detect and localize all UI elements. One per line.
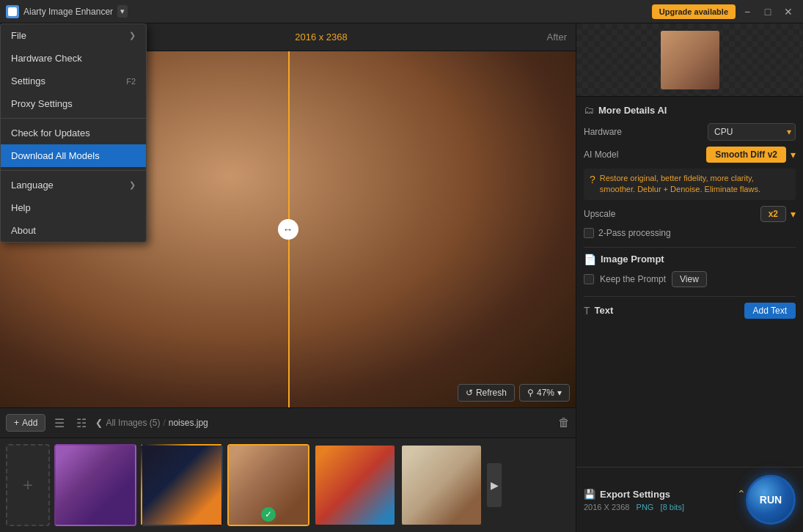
text-section-icon: T (584, 305, 590, 317)
section-image-prompt: 📄 Image Prompt Keep the Prompt View (584, 254, 796, 287)
zoom-button[interactable]: ⚲ 47% ▾ (519, 384, 570, 402)
ai-desc-question-icon: ? (590, 174, 595, 185)
grid-view-btn[interactable]: ☰ (51, 415, 67, 432)
divider-2 (584, 296, 796, 297)
menu-item-language[interactable]: Language ❯ (1, 174, 146, 196)
refresh-button[interactable]: ↺ Refresh (458, 384, 515, 402)
section-header-more-details: 🗂 More Details AI (584, 104, 796, 116)
filmstrip-thumb-butterfly[interactable] (141, 444, 223, 526)
add-slot-icon: + (23, 475, 33, 495)
keep-prompt-label: Keep the Prompt (600, 274, 666, 284)
delete-button[interactable]: 🗑 (558, 416, 570, 429)
export-bits: [8 bits] (661, 503, 684, 511)
two-pass-row: 2-Pass processing (584, 228, 796, 238)
filmstrip-bar: + Add ☰ ☷ ❮ All Images (5) / noises.jpg … (0, 407, 576, 438)
export-settings-icon: 💾 (584, 489, 595, 500)
keep-prompt-checkbox[interactable] (584, 274, 594, 284)
text-header: T Text Add Text (584, 303, 796, 319)
filmstrip-add-slot[interactable]: + (6, 444, 50, 526)
maximize-button[interactable]: □ (759, 3, 777, 21)
filmstrip-nav-right[interactable]: ▶ (487, 463, 502, 507)
section-title-more-details: More Details AI (598, 105, 667, 116)
refresh-icon: ↺ (466, 388, 473, 398)
menu-item-settings[interactable]: Settings F2 (1, 70, 146, 92)
title-dropdown-btn[interactable]: ▾ (117, 5, 128, 18)
hardware-select-wrapper: CPU GPU ▾ (708, 123, 796, 141)
minimize-button[interactable]: − (738, 3, 756, 21)
all-images-label[interactable]: All Images (5) (106, 418, 160, 428)
export-header: 💾 Export Settings ⌃ (584, 488, 746, 500)
nav-back-icon[interactable]: ❮ (95, 418, 103, 428)
app-icon (6, 5, 19, 18)
export-format: PNG (637, 503, 654, 511)
app-title: Aiarty Image Enhancer (23, 7, 113, 17)
more-details-icon: 🗂 (584, 104, 594, 116)
two-pass-label: 2-Pass processing (598, 228, 671, 238)
two-pass-checkbox[interactable] (584, 228, 594, 238)
hardware-select[interactable]: CPU GPU (708, 123, 796, 141)
canvas-area: File ❯ Hardware Check Settings F2 Proxy … (0, 23, 576, 532)
breadcrumb: ❮ All Images (5) / noises.jpg (95, 418, 552, 428)
preview-thumbnail (576, 23, 803, 97)
run-button[interactable]: RUN (746, 475, 796, 525)
menu-item-about[interactable]: About (1, 219, 146, 242)
hardware-row: Hardware CPU GPU ▾ (584, 123, 796, 141)
file-arrow-icon: ❯ (129, 31, 136, 40)
zoom-icon: ⚲ (527, 388, 534, 398)
close-button[interactable]: ✕ (780, 3, 797, 21)
export-meta: 2016 X 2368 PNG [8 bits] (584, 503, 746, 511)
divider-1 (584, 247, 796, 248)
filmstrip-thumb-portrait[interactable]: ✓ (227, 444, 309, 526)
split-handle[interactable]: ↔ (278, 219, 298, 240)
image-prompt-header: 📄 Image Prompt (584, 254, 796, 265)
ai-model-button[interactable]: Smooth Diff v2 (706, 147, 786, 163)
preview-image (661, 31, 719, 89)
section-more-details: 🗂 More Details AI Hardware CPU GPU ▾ (584, 104, 796, 238)
menu-item-help[interactable]: Help (1, 196, 146, 219)
hardware-label: Hardware (584, 127, 622, 137)
image-prompt-title: Image Prompt (601, 254, 664, 265)
text-section-title: Text (595, 305, 614, 316)
menu-divider-1 (1, 118, 146, 119)
dropdown-menu: File ❯ Hardware Check Settings F2 Proxy … (0, 23, 147, 243)
filmstrip-thumb-woman[interactable] (400, 444, 483, 526)
upscale-row: Upscale x2 ▾ (584, 206, 796, 222)
upgrade-button[interactable]: Upgrade available (652, 4, 736, 19)
section-text: T Text Add Text (584, 303, 796, 319)
list-view-btn[interactable]: ☷ (73, 415, 89, 432)
view-prompt-button[interactable]: View (672, 271, 707, 287)
export-run-area: 💾 Export Settings ⌃ 2016 X 2368 PNG [8 b… (576, 467, 803, 532)
menu-item-file[interactable]: File ❯ (1, 24, 146, 47)
add-button[interactable]: + Add (6, 414, 45, 432)
ai-model-wrapper: Smooth Diff v2 ▾ (706, 147, 796, 163)
after-label: After (547, 32, 567, 43)
menu-divider-2 (1, 170, 146, 171)
upscale-label: Upscale (584, 209, 615, 219)
current-file-label: noises.jpg (169, 418, 208, 428)
upscale-dropdown-icon[interactable]: ▾ (791, 208, 796, 220)
menu-item-proxy-settings[interactable]: Proxy Settings (1, 92, 146, 115)
settings-panel: 🗂 More Details AI Hardware CPU GPU ▾ (576, 97, 803, 467)
zoom-dropdown-icon: ▾ (557, 388, 562, 398)
ai-desc-text: Restore original, better fidelity, more … (600, 173, 790, 196)
plus-icon: + (14, 418, 19, 428)
add-text-button[interactable]: Add Text (744, 303, 796, 319)
menu-item-check-updates[interactable]: Check for Updates (1, 122, 146, 144)
upscale-wrapper: x2 ▾ (760, 206, 796, 222)
split-handle-icon: ↔ (283, 223, 293, 235)
language-arrow-icon: ❯ (129, 180, 136, 190)
export-chevron-icon[interactable]: ⌃ (737, 488, 746, 500)
text-title-row: T Text (584, 305, 613, 317)
run-label: RUN (760, 494, 782, 506)
filmstrip-thumb-bird[interactable] (54, 444, 136, 526)
menu-item-download-models[interactable]: Download All Models (1, 144, 146, 167)
filmstrip-thumb-florence[interactable] (314, 444, 396, 526)
export-settings-title: Export Settings (600, 489, 670, 500)
upscale-badge: x2 (760, 206, 786, 222)
ai-model-dropdown-icon[interactable]: ▾ (791, 149, 796, 160)
keep-prompt-row: Keep the Prompt View (584, 271, 796, 287)
export-section: 💾 Export Settings ⌃ 2016 X 2368 PNG [8 b… (584, 488, 746, 511)
menu-item-hardware-check[interactable]: Hardware Check (1, 47, 146, 70)
export-dimensions: 2016 X 2368 (584, 503, 629, 511)
main-layout: File ❯ Hardware Check Settings F2 Proxy … (0, 23, 803, 532)
